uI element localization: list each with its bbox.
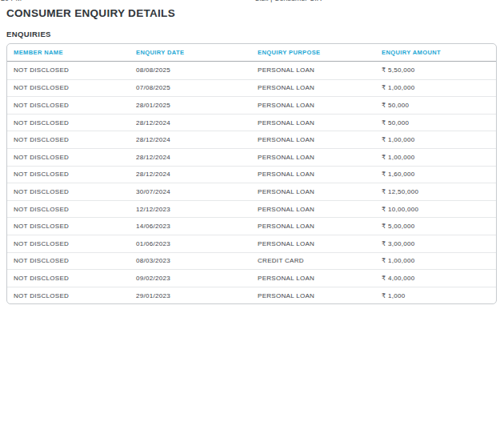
enquiry-amount-cell: ₹ 5,00,000 xyxy=(375,223,496,230)
enquiry-date-cell: 08/03/2023 xyxy=(130,257,251,264)
column-header-enquiry-amount: ENQUIRY AMOUNT xyxy=(375,49,496,56)
enquiry-date-cell: 07/08/2025 xyxy=(130,84,251,91)
enquiry-purpose-cell: PERSONAL LOAN xyxy=(251,102,375,109)
enquiry-amount-cell: ₹ 10,00,000 xyxy=(375,206,496,213)
table-row: NOT DISCLOSED 28/12/2024 PERSONAL LOAN ₹… xyxy=(7,131,496,148)
enquiry-purpose-cell: PERSONAL LOAN xyxy=(251,136,375,143)
table-row: NOT DISCLOSED 28/01/2025 PERSONAL LOAN ₹… xyxy=(7,96,496,114)
enquiry-amount-cell: ₹ 50,000 xyxy=(375,102,496,109)
enquiry-date-cell: 28/12/2024 xyxy=(130,119,251,127)
table-body: NOT DISCLOSED 08/08/2025 PERSONAL LOAN ₹… xyxy=(7,62,496,303)
enquiry-purpose-cell: PERSONAL LOAN xyxy=(251,206,375,213)
table-row: NOT DISCLOSED 29/01/2023 PERSONAL LOAN ₹… xyxy=(7,287,496,304)
member-name-cell: NOT DISCLOSED xyxy=(7,292,130,299)
table-row: NOT DISCLOSED 09/02/2023 PERSONAL LOAN ₹… xyxy=(7,269,496,287)
enquiry-purpose-cell: PERSONAL LOAN xyxy=(251,119,375,127)
member-name-cell: NOT DISCLOSED xyxy=(7,154,130,161)
table-row: NOT DISCLOSED 07/08/2025 PERSONAL LOAN ₹… xyxy=(7,79,496,97)
table-row: NOT DISCLOSED 08/03/2023 CREDIT CARD ₹ 1… xyxy=(7,252,496,270)
member-name-cell: NOT DISCLOSED xyxy=(7,188,130,195)
enquiry-amount-cell: ₹ 1,00,000 xyxy=(375,84,496,91)
enquiry-amount-cell: ₹ 4,00,000 xyxy=(375,275,496,282)
member-name-cell: NOT DISCLOSED xyxy=(7,66,130,74)
enquiries-table: MEMBER NAME ENQUIRY DATE ENQUIRY PURPOSE… xyxy=(6,43,497,304)
enquiry-purpose-cell: PERSONAL LOAN xyxy=(251,154,375,161)
enquiry-date-cell: 01/06/2023 xyxy=(130,240,251,247)
enquiry-purpose-cell: PERSONAL LOAN xyxy=(251,240,375,247)
print-header: 20 PM Cibil | Consumer CIR xyxy=(0,0,504,3)
table-row: NOT DISCLOSED 12/12/2023 PERSONAL LOAN ₹… xyxy=(7,200,496,218)
print-document-title: Cibil | Consumer CIR xyxy=(254,0,322,2)
enquiry-purpose-cell: PERSONAL LOAN xyxy=(251,188,375,195)
column-header-member-name: MEMBER NAME xyxy=(7,49,130,56)
enquiry-purpose-cell: PERSONAL LOAN xyxy=(251,292,375,299)
member-name-cell: NOT DISCLOSED xyxy=(7,206,130,213)
table-row: NOT DISCLOSED 30/07/2024 PERSONAL LOAN ₹… xyxy=(7,183,496,200)
table-row: NOT DISCLOSED 14/06/2023 PERSONAL LOAN ₹… xyxy=(7,217,496,235)
print-timestamp: 20 PM xyxy=(1,0,22,2)
enquiry-purpose-cell: PERSONAL LOAN xyxy=(251,223,375,230)
table-header-row: MEMBER NAME ENQUIRY DATE ENQUIRY PURPOSE… xyxy=(7,44,496,62)
consumer-enquiry-details-page: 20 PM Cibil | Consumer CIR CONSUMER ENQU… xyxy=(0,0,504,446)
enquiry-amount-cell: ₹ 5,50,000 xyxy=(375,66,496,74)
table-row: NOT DISCLOSED 01/06/2023 PERSONAL LOAN ₹… xyxy=(7,235,496,252)
member-name-cell: NOT DISCLOSED xyxy=(7,223,130,230)
enquiry-amount-cell: ₹ 3,00,000 xyxy=(375,240,496,247)
member-name-cell: NOT DISCLOSED xyxy=(7,84,130,91)
member-name-cell: NOT DISCLOSED xyxy=(7,102,130,109)
member-name-cell: NOT DISCLOSED xyxy=(7,171,130,178)
member-name-cell: NOT DISCLOSED xyxy=(7,119,130,127)
enquiry-amount-cell: ₹ 1,00,000 xyxy=(375,136,496,143)
table-row: NOT DISCLOSED 28/12/2024 PERSONAL LOAN ₹… xyxy=(7,114,496,131)
enquiry-purpose-cell: PERSONAL LOAN xyxy=(251,275,375,282)
enquiry-amount-cell: ₹ 1,000 xyxy=(375,292,496,299)
enquiry-purpose-cell: PERSONAL LOAN xyxy=(251,66,375,74)
enquiry-date-cell: 09/02/2023 xyxy=(130,275,251,282)
column-header-enquiry-purpose: ENQUIRY PURPOSE xyxy=(251,49,375,56)
enquiry-date-cell: 08/08/2025 xyxy=(130,66,251,74)
enquiry-amount-cell: ₹ 1,60,000 xyxy=(375,171,496,178)
enquiry-date-cell: 14/06/2023 xyxy=(130,223,251,230)
enquiry-amount-cell: ₹ 50,000 xyxy=(375,119,496,127)
member-name-cell: NOT DISCLOSED xyxy=(7,275,130,282)
enquiry-date-cell: 28/12/2024 xyxy=(130,171,251,178)
enquiry-date-cell: 28/12/2024 xyxy=(130,154,251,161)
member-name-cell: NOT DISCLOSED xyxy=(7,136,130,143)
enquiry-amount-cell: ₹ 1,00,000 xyxy=(375,257,496,264)
enquiry-date-cell: 28/12/2024 xyxy=(130,136,251,143)
enquiry-date-cell: 29/01/2023 xyxy=(130,292,251,299)
column-header-enquiry-date: ENQUIRY DATE xyxy=(130,49,251,56)
enquiries-section-label: ENQUIRIES xyxy=(6,30,51,38)
member-name-cell: NOT DISCLOSED xyxy=(7,240,130,247)
enquiry-amount-cell: ₹ 12,50,000 xyxy=(375,188,496,195)
table-row: NOT DISCLOSED 28/12/2024 PERSONAL LOAN ₹… xyxy=(7,166,496,183)
enquiry-amount-cell: ₹ 1,00,000 xyxy=(375,154,496,161)
enquiry-purpose-cell: PERSONAL LOAN xyxy=(251,171,375,178)
enquiry-purpose-cell: CREDIT CARD xyxy=(251,257,375,264)
enquiry-date-cell: 30/07/2024 xyxy=(130,188,251,195)
table-row: NOT DISCLOSED 28/12/2024 PERSONAL LOAN ₹… xyxy=(7,148,496,166)
enquiry-date-cell: 28/01/2025 xyxy=(130,102,251,109)
enquiry-date-cell: 12/12/2023 xyxy=(130,206,251,213)
member-name-cell: NOT DISCLOSED xyxy=(7,257,130,264)
page-title: CONSUMER ENQUIRY DETAILS xyxy=(6,7,175,19)
enquiry-purpose-cell: PERSONAL LOAN xyxy=(251,84,375,91)
table-row: NOT DISCLOSED 08/08/2025 PERSONAL LOAN ₹… xyxy=(7,62,496,79)
